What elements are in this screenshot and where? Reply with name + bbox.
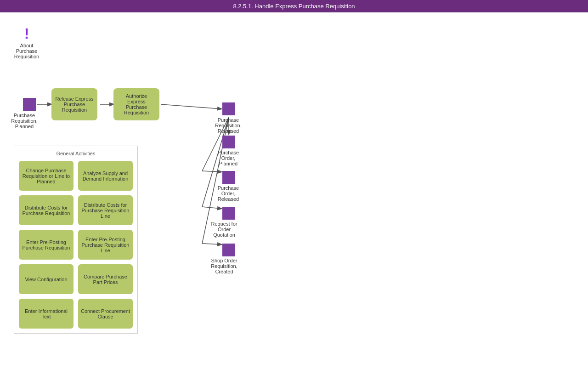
authorize-express-node[interactable]: AuthorizeExpressPurchaseRequisition [113,88,159,120]
activity-distribute-costs-line[interactable]: Distribute Costs for Purchase Requisitio… [78,195,133,225]
pr-released-label: PurchaseRequisition,Released [212,117,244,134]
page-header: 8.2.5.1. Handle Express Purchase Requisi… [0,0,588,12]
svg-line-7 [202,207,221,209]
shop-order-label: Shop OrderRequisition,Created [208,258,240,274]
po-released-node[interactable] [222,171,235,184]
activity-enter-informational[interactable]: Enter Informational Text [19,299,74,329]
release-express-node[interactable]: Release ExpressPurchaseRequisition [51,88,97,120]
exclamation-icon: ! [24,26,29,41]
about-label: AboutPurchaseRequisition [14,43,39,59]
shop-order-node[interactable] [222,244,235,256]
svg-line-2 [161,104,221,109]
rfq-node[interactable] [222,207,235,220]
activity-change-pr[interactable]: Change Purchase Requisition or Line to P… [19,161,74,191]
general-activities-title: General Activities [19,151,133,156]
release-express-label: Release ExpressPurchaseRequisition [55,96,93,113]
activity-analyze-supply[interactable]: Analyze Supply and Demand Information [78,161,133,191]
rfq-label: Request forOrderQuotation [208,221,240,238]
pr-planned-label: PurchaseRequisition,Planned [8,113,40,129]
about-area: ! AboutPurchaseRequisition [8,26,45,59]
activities-grid: Change Purchase Requisition or Line to P… [19,161,133,329]
po-planned-label: PurchaseOrder,Planned [212,150,244,166]
po-planned-node[interactable] [222,136,235,148]
general-activities-box: General Activities Change Purchase Requi… [14,146,138,334]
svg-line-9 [202,244,221,244]
activity-view-configuration[interactable]: View Configuration [19,264,74,294]
pr-released-node[interactable] [222,102,235,115]
authorize-express-label: AuthorizeExpressPurchaseRequisition [124,93,149,115]
pr-planned-node[interactable] [23,98,36,111]
header-title: 8.2.5.1. Handle Express Purchase Requisi… [233,3,355,10]
activity-enter-pre-posting-line[interactable]: Enter Pre-Posting Purchase Requisition L… [78,230,133,260]
po-released-label: PurchaseOrder,Released [212,185,244,202]
activity-compare-prices[interactable]: Compare Purchase Part Prices [78,264,133,294]
activity-connect-procurement[interactable]: Connect Procurement Clause [78,299,133,329]
svg-line-5 [202,171,221,172]
activity-enter-pre-posting-pr[interactable]: Enter Pre-Posting Purchase Requisition [19,230,74,260]
activity-distribute-costs-pr[interactable]: Distribute Costs for Purchase Requisitio… [19,195,74,225]
main-content: ! AboutPurchaseRequisition PurchaseRequi… [0,12,588,386]
